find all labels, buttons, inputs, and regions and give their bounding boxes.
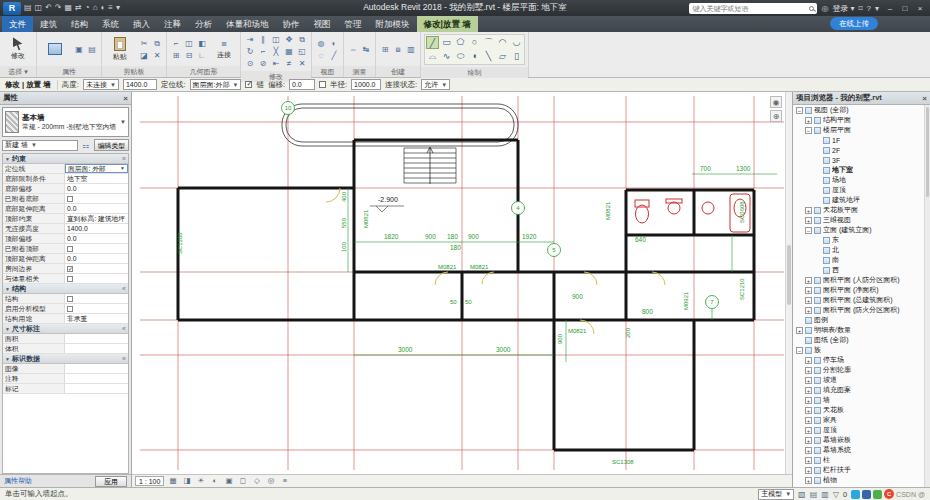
property-value[interactable]: [65, 384, 128, 393]
tree-item[interactable]: +天花板平面: [793, 205, 930, 215]
create-group-icon[interactable]: ⊞: [379, 44, 391, 55]
tree-expander-icon[interactable]: +: [805, 217, 812, 224]
tree-item[interactable]: 西: [793, 265, 930, 275]
crop-region-visible-icon[interactable]: ◻: [237, 476, 248, 486]
property-checkbox[interactable]: ✓: [67, 266, 73, 272]
array-icon[interactable]: ▦: [283, 46, 295, 57]
property-section-header[interactable]: ▼尺寸标注«: [3, 324, 128, 334]
plan-annotation[interactable]: M0821: [470, 264, 489, 270]
ribbon-group-label[interactable]: 视图: [312, 66, 343, 77]
floor-plan-view[interactable]: -2.9001820900180900192018070013003000300…: [132, 92, 792, 474]
plan-annotation[interactable]: 900: [468, 233, 479, 240]
cut-geometry-icon[interactable]: ◫: [183, 38, 195, 49]
property-value[interactable]: 1400.0: [65, 224, 128, 233]
tree-expander-icon[interactable]: +: [805, 207, 812, 214]
height-value-input[interactable]: [123, 79, 157, 90]
property-value[interactable]: [65, 244, 128, 253]
tree-expander-icon[interactable]: +: [796, 327, 803, 334]
edit-type-button[interactable]: 编辑类型: [94, 139, 129, 151]
draw-pick-walls-icon[interactable]: ▯: [510, 50, 523, 63]
plan-annotation[interactable]: 3000: [496, 346, 511, 353]
tree-item[interactable]: 场地: [793, 175, 930, 185]
online-upload-button[interactable]: 在线上传: [830, 17, 878, 30]
dimension-icon[interactable]: ↹: [360, 44, 372, 55]
tree-expander-icon[interactable]: +: [805, 117, 812, 124]
plan-annotation[interactable]: SC1208: [177, 232, 183, 254]
tree-expander-icon[interactable]: +: [805, 447, 812, 454]
plan-annotation[interactable]: 900: [425, 233, 436, 240]
tab-建筑[interactable]: 建筑: [33, 16, 64, 32]
split-icon[interactable]: ╳: [270, 46, 282, 57]
grid-bubble[interactable]: 4: [512, 202, 525, 215]
plan-annotation[interactable]: 180: [450, 244, 461, 251]
offset-input[interactable]: [289, 79, 315, 90]
qat-dropdown-icon[interactable]: ▾: [116, 1, 120, 15]
apply-button[interactable]: 应用: [95, 476, 127, 487]
plan-annotation[interactable]: M0821: [605, 201, 611, 220]
plan-annotation[interactable]: SC1308: [612, 459, 634, 465]
plan-annotation[interactable]: M0821: [363, 209, 369, 228]
tab-结构[interactable]: 结构: [64, 16, 95, 32]
ribbon-group-label[interactable]: 属性: [37, 66, 101, 77]
isolate-icon[interactable]: ◌: [315, 50, 327, 61]
plan-annotation[interactable]: 900: [572, 293, 583, 300]
property-value[interactable]: 面层面: 外部▼: [65, 164, 128, 173]
rotate-icon[interactable]: ↻: [244, 46, 256, 57]
plan-annotation[interactable]: SC1210: [739, 278, 745, 300]
tree-expander-icon[interactable]: +: [805, 287, 812, 294]
tree-item[interactable]: +面积平面 (防火分区面积): [793, 305, 930, 315]
draw-arc-start-end-icon[interactable]: ⌒: [482, 36, 495, 49]
steering-wheel-icon[interactable]: ◉: [770, 96, 782, 108]
property-value[interactable]: [65, 194, 128, 203]
property-checkbox[interactable]: [67, 306, 73, 312]
tree-expander-icon[interactable]: −: [805, 127, 812, 134]
split-with-gap-icon[interactable]: ≠: [283, 58, 295, 69]
tree-item[interactable]: +幕墙嵌板: [793, 435, 930, 445]
properties-help-link[interactable]: 属性帮助: [4, 476, 32, 486]
tree-item[interactable]: +家具: [793, 415, 930, 425]
canvas-vertical-scrollbar[interactable]: [785, 92, 792, 474]
maximize-button[interactable]: □: [898, 4, 912, 13]
tab-系统[interactable]: 系统: [95, 16, 126, 32]
redo-icon[interactable]: ↷: [55, 1, 62, 15]
save-icon[interactable]: ◫: [35, 1, 43, 15]
property-section-header[interactable]: ▼结构«: [3, 284, 128, 294]
tree-item[interactable]: +植物: [793, 475, 930, 485]
property-value[interactable]: 直到标高: 建筑地坪: [65, 214, 128, 223]
undo-icon[interactable]: ↶: [45, 1, 52, 15]
draw-line-icon[interactable]: ╱: [426, 36, 439, 49]
property-checkbox[interactable]: [67, 246, 73, 252]
3d-view-icon[interactable]: ⌂: [93, 1, 98, 15]
property-value[interactable]: 地下室: [65, 174, 128, 183]
hide-icon[interactable]: ◍: [315, 38, 327, 49]
plan-annotation[interactable]: 100: [341, 241, 347, 252]
create-assembly-icon[interactable]: ▥: [405, 44, 417, 55]
pin-icon[interactable]: ⊙: [244, 58, 256, 69]
project-browser-header[interactable]: 项目浏览器 - 我的别墅.rvt ×: [793, 92, 930, 105]
exclude-options-icon[interactable]: ▤: [810, 490, 818, 499]
property-value[interactable]: [65, 294, 128, 303]
plan-annotation[interactable]: 800: [642, 308, 653, 315]
tab-视图[interactable]: 视图: [307, 16, 338, 32]
tab-管理[interactable]: 管理: [338, 16, 369, 32]
plan-annotation[interactable]: 400: [341, 191, 347, 202]
ribbon-group-label[interactable]: 绘制: [421, 67, 528, 78]
plan-annotation[interactable]: 900: [557, 333, 563, 344]
tree-item[interactable]: +填充图案: [793, 385, 930, 395]
exchange-icon[interactable]: ◎: [821, 4, 828, 13]
tree-item[interactable]: 屋顶: [793, 185, 930, 195]
thin-lines-icon[interactable]: ≡: [108, 1, 113, 15]
plan-annotation[interactable]: SC0608: [739, 201, 745, 223]
tab-协作[interactable]: 协作: [276, 16, 307, 32]
detail-level-icon[interactable]: ▦: [167, 476, 178, 486]
scale-control[interactable]: 1 : 100: [135, 476, 164, 486]
tree-item[interactable]: 图例: [793, 315, 930, 325]
app-store-icon[interactable]: ⌑: [858, 4, 862, 13]
tree-expander-icon[interactable]: +: [805, 397, 812, 404]
extend-icon[interactable]: ⇤: [270, 58, 282, 69]
join-icon[interactable]: ⊞: [170, 50, 182, 61]
plan-annotation[interactable]: 200: [625, 327, 631, 338]
tree-item[interactable]: +天花板: [793, 405, 930, 415]
help-search[interactable]: [689, 3, 817, 14]
paint-icon[interactable]: ◧: [196, 38, 208, 49]
